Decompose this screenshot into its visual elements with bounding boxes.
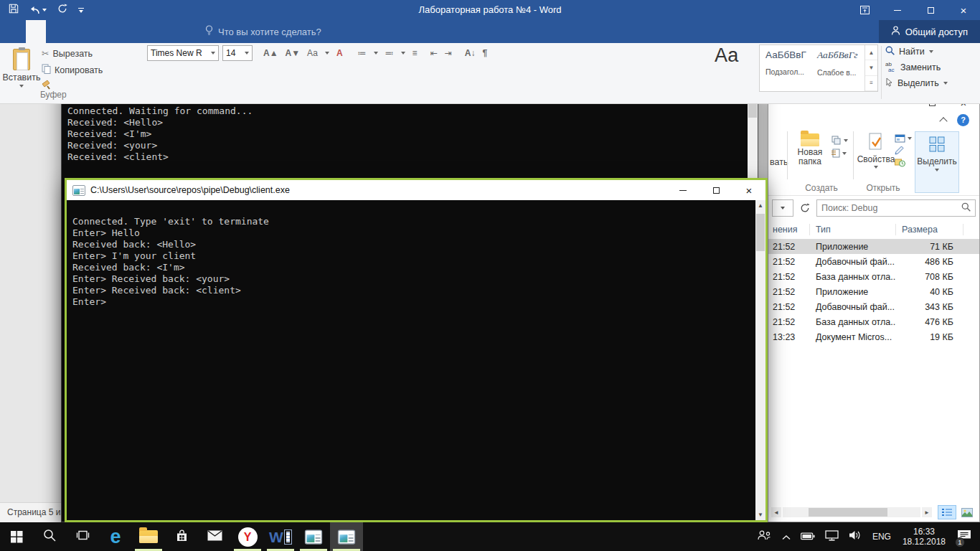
ribbon-display-options-icon[interactable] <box>848 0 881 20</box>
start-button[interactable] <box>0 522 33 551</box>
easy-access-button[interactable] <box>831 136 848 145</box>
network-button[interactable] <box>820 522 844 551</box>
file-modified-time: 21:52 <box>768 302 810 312</box>
maximize-button[interactable] <box>699 180 732 200</box>
share-button[interactable]: Общий доступ <box>879 20 980 43</box>
battery-button[interactable] <box>796 522 820 551</box>
new-item-button[interactable] <box>831 149 848 158</box>
word-ribbon-tab[interactable] <box>46 20 66 43</box>
hscroll-left-icon[interactable]: ◄ <box>771 507 781 517</box>
client-console-output[interactable]: Connected. Type 'exit' to terminateEnter… <box>67 200 755 520</box>
select-cursor-icon <box>885 77 893 89</box>
restore-button[interactable] <box>914 0 947 20</box>
thumbnail-view-button[interactable] <box>958 505 976 519</box>
task-view-button[interactable] <box>66 522 99 551</box>
search-placeholder: Поиск: Debug <box>821 203 877 213</box>
file-row[interactable]: 13:23 Документ Micros... 19 КБ <box>768 329 979 344</box>
style-gallery-item[interactable]: АаБбВвГ Подзагол... <box>760 45 811 91</box>
select-panel-button[interactable]: Выделить <box>915 131 959 193</box>
cut-button[interactable]: ✂ Вырезать <box>42 48 93 59</box>
column-header-type[interactable]: Тип <box>810 224 896 235</box>
mail-button[interactable] <box>198 522 231 551</box>
file-size: 486 КБ <box>896 257 963 267</box>
server-console-button[interactable] <box>297 522 330 551</box>
word-ribbon-tab[interactable] <box>146 20 166 43</box>
select-button[interactable]: Выделить <box>885 75 977 91</box>
open-button[interactable] <box>895 134 912 143</box>
file-row[interactable]: 21:52 Приложение 40 КБ <box>768 284 979 299</box>
taskbar-clock[interactable]: 16:33 18.12.2018 <box>896 522 952 551</box>
scrollbar-thumb[interactable] <box>756 214 765 251</box>
file-explorer-button[interactable] <box>132 522 165 551</box>
styles-gallery-scroll[interactable]: ▲ ▼ ≡ <box>864 45 877 91</box>
word-ribbon-tab[interactable] <box>26 20 46 43</box>
close-button[interactable]: × <box>732 180 765 200</box>
edit-button[interactable] <box>895 146 912 155</box>
paragraph-buttons[interactable]: ≔≕≡ ⇤⇥А↓¶ <box>358 45 488 61</box>
file-list-headers: нения Тип Размера <box>768 220 979 239</box>
customize-qat-icon[interactable] <box>78 8 84 13</box>
undo-icon[interactable] <box>29 6 47 15</box>
collapse-ribbon-icon[interactable] <box>939 117 947 125</box>
minimize-button[interactable] <box>881 0 914 20</box>
word-ribbon-tab[interactable] <box>166 20 187 43</box>
client-console-button[interactable] <box>330 522 363 551</box>
word-ribbon-tab[interactable] <box>106 20 126 43</box>
copy-button[interactable]: Копировать <box>42 64 103 76</box>
store-button[interactable] <box>165 522 198 551</box>
gallery-down-icon[interactable]: ▼ <box>865 60 877 75</box>
word-ribbon-tab[interactable] <box>126 20 146 43</box>
scroll-down-icon[interactable]: ▼ <box>755 509 765 520</box>
file-row[interactable]: 21:52 Приложение 71 КБ <box>768 239 979 254</box>
column-header-size[interactable]: Размера <box>896 224 963 235</box>
volume-button[interactable] <box>844 522 867 551</box>
file-row[interactable]: 21:52 Добавочный фай... 486 КБ <box>768 254 979 269</box>
font-size-buttons[interactable]: А▲А▼АаА <box>263 45 343 61</box>
font-size-combobox[interactable]: 14 <box>222 45 253 61</box>
word-button[interactable]: W <box>264 522 297 551</box>
hidden-icons-button[interactable] <box>777 522 796 551</box>
client-console-titlebar[interactable]: C:\Users\User\source\repos\pipe\Debug\cl… <box>67 180 765 200</box>
file-row[interactable]: 21:52 База данных отла... 708 КБ <box>768 269 979 284</box>
partial-button-label[interactable]: вать <box>770 157 788 167</box>
address-dropdown[interactable] <box>772 199 793 217</box>
hscroll-thumb[interactable] <box>809 508 887 517</box>
action-center-button[interactable]: 1 <box>952 522 980 551</box>
close-button[interactable]: × <box>947 0 980 20</box>
hscroll-right-icon[interactable]: ► <box>922 507 932 517</box>
save-icon[interactable] <box>9 4 19 17</box>
help-icon[interactable]: ? <box>957 114 969 126</box>
word-ribbon-tab[interactable] <box>86 20 106 43</box>
language-indicator[interactable]: ENG <box>867 522 896 551</box>
taskbar-search-button[interactable] <box>33 522 66 551</box>
replace-button[interactable]: abac Заменить <box>885 60 977 75</box>
word-ribbon-tab[interactable] <box>66 20 86 43</box>
people-button[interactable] <box>752 522 777 551</box>
file-row[interactable]: 21:52 База данных отла... 476 КБ <box>768 314 979 329</box>
details-view-button[interactable] <box>938 505 956 519</box>
style-gallery-item[interactable]: АаБбВвГг Слабое в... <box>811 45 863 91</box>
new-folder-button[interactable]: Новая папка <box>791 133 829 166</box>
gallery-more-icon[interactable]: ≡ <box>865 76 877 91</box>
paste-button[interactable]: Вставить <box>5 47 38 100</box>
edge-button[interactable]: e <box>99 522 132 551</box>
word-icon: W <box>269 529 292 545</box>
scroll-up-icon[interactable]: ▲ <box>755 200 765 211</box>
tell-me-box[interactable]: Что вы хотите сделать? <box>205 20 321 43</box>
taskbar: e Y W <box>0 522 980 551</box>
client-console-scrollbar[interactable]: ▲ ▼ <box>755 200 765 520</box>
column-header-modified[interactable]: нения <box>768 224 810 235</box>
font-name-combobox[interactable]: Times New R <box>147 45 219 61</box>
find-button[interactable]: Найти <box>885 44 977 60</box>
yandex-browser-button[interactable]: Y <box>231 522 264 551</box>
properties-button[interactable]: Свойства <box>857 133 895 169</box>
horizontal-scrollbar[interactable] <box>783 507 920 517</box>
search-input[interactable]: Поиск: Debug <box>816 199 976 217</box>
file-row[interactable]: 21:52 Добавочный фай... 343 КБ <box>768 299 979 314</box>
refresh-icon[interactable] <box>796 199 814 217</box>
redo-icon[interactable] <box>57 4 67 17</box>
word-ribbon-tab[interactable] <box>6 20 26 43</box>
history-button[interactable] <box>895 158 912 167</box>
minimize-button[interactable] <box>666 180 699 200</box>
gallery-up-icon[interactable]: ▲ <box>865 45 877 60</box>
